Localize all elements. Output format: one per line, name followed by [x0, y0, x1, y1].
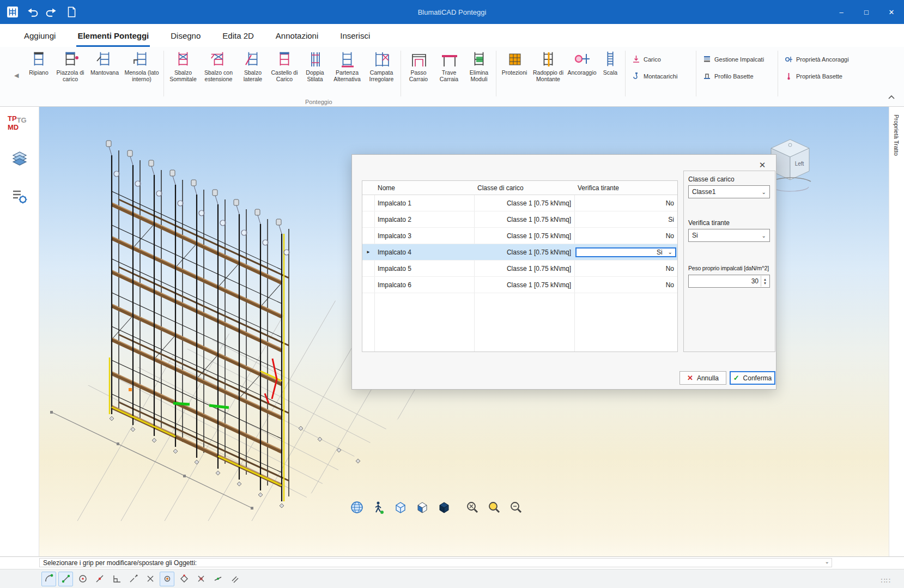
command-bar: Selezionare i grip per modificare/sposta…: [0, 556, 904, 569]
sbalzo-con-estensione-icon: [209, 50, 228, 68]
tab-edita-2d[interactable]: Edita 2D: [221, 26, 255, 47]
snap-extension-button[interactable]: [126, 572, 141, 586]
ribbon-button-profilo-basette[interactable]: Profilo Basette: [703, 72, 771, 80]
ribbon-button-trave-carraia[interactable]: Trave Carraia: [434, 50, 464, 82]
zoom-out-icon[interactable]: [509, 500, 523, 514]
snap-node-icon: [162, 574, 172, 584]
row-selector-arrow: ►: [362, 244, 374, 260]
chevron-down-icon: ⌄: [668, 249, 672, 255]
ribbon-button-piazzola-di-carico[interactable]: Piazzola di carico: [54, 50, 87, 82]
tab-elementi-ponteggi[interactable]: Elementi Ponteggi: [76, 26, 150, 47]
ribbon-button-mantovana[interactable]: Mantovana: [88, 50, 122, 76]
ribbon-button-passo-carraio[interactable]: Passo Carraio: [404, 50, 433, 82]
verifica-tirante-dropdown[interactable]: Si ⌄: [688, 229, 770, 242]
snap-parallel-button[interactable]: [227, 572, 242, 586]
ribbon-button-partenza-alternativa[interactable]: Partenza Alternativa: [330, 50, 364, 82]
table-row[interactable]: Impalcato 1 Classe 1 [0.75 kN\mq] No: [362, 195, 677, 211]
resize-grip[interactable]: ∷∷: [881, 577, 891, 585]
chevron-down-icon: ⌄: [825, 559, 829, 565]
tab-aggiungi[interactable]: Aggiungi: [23, 26, 57, 47]
peso-proprio-input[interactable]: 30 ▲▼: [688, 275, 770, 288]
column-header-classe-di-carico[interactable]: Classe di carico: [474, 181, 574, 195]
snap-center-button[interactable]: [75, 572, 90, 586]
ribbon-button-sbalzo-sommitale[interactable]: Sbalzo Sommitale: [167, 50, 199, 82]
tab-proprieta-tratto[interactable]: Proprietà Tratto: [893, 114, 900, 156]
zoom-window-icon[interactable]: [487, 500, 501, 514]
minimize-button[interactable]: –: [829, 0, 854, 24]
table-row[interactable]: Impalcato 2 Classe 1 [0.75 kN\mq] Si: [362, 211, 677, 228]
ribbon-button-mensola-lato-interno[interactable]: Mensola (lato interno): [123, 50, 161, 82]
settings-list-panel-icon[interactable]: [11, 187, 28, 205]
tab-annotazioni[interactable]: Annotazioni: [275, 26, 319, 47]
maximize-button[interactable]: □: [854, 0, 879, 24]
ribbon-button-elimina-moduli[interactable]: Elimina Moduli: [465, 50, 493, 82]
perspective-view-icon[interactable]: [393, 500, 408, 514]
ribbon-button-ancoraggio[interactable]: Ancoraggio: [567, 50, 597, 76]
undo-icon[interactable]: [26, 6, 38, 18]
snap-node-button[interactable]: [160, 572, 174, 586]
snap-nearest-button[interactable]: [210, 572, 225, 586]
snap-quadrant-button[interactable]: [177, 572, 191, 586]
snap-endpoint-button[interactable]: [58, 572, 73, 586]
dialog-side-panel: Classe di carico Classe1 ⌄ Verifica tira…: [683, 171, 775, 352]
snap-tangent-icon: [44, 574, 54, 584]
ribbon-button-scala[interactable]: Scala: [598, 50, 622, 76]
table-row[interactable]: Impalcato 5 Classe 1 [0.75 kN\mq] No: [362, 260, 677, 277]
tab-inserisci[interactable]: Inserisci: [339, 26, 371, 47]
ribbon-button-proprieta-ancoraggi[interactable]: Proprietà Ancoraggi: [785, 55, 858, 63]
ribbon-button-doppia-stilata[interactable]: Doppia Stilata: [301, 50, 329, 82]
ribbon-button-montacarichi[interactable]: Montacarichi: [632, 72, 689, 80]
ribbon-button-ripiano[interactable]: Ripiano: [25, 50, 53, 76]
gestione-impalcati-icon: [703, 55, 711, 63]
ripiano-icon: [29, 50, 48, 68]
walkthrough-icon[interactable]: [372, 500, 386, 514]
ribbon-button-campata-irregolare[interactable]: Campata Irregolare: [365, 50, 398, 82]
snap-perpendicular-button[interactable]: [109, 572, 124, 586]
solid-view-icon[interactable]: [437, 500, 451, 514]
snap-midpoint-button[interactable]: [92, 572, 107, 586]
snap-intersection-button[interactable]: [143, 572, 157, 586]
layers-panel-icon[interactable]: [11, 149, 28, 167]
classe-di-carico-dropdown[interactable]: Classe1 ⌄: [688, 185, 770, 198]
ribbon-button-sbalzo-con-estensione[interactable]: Sbalzo con estensione: [201, 50, 236, 82]
zoom-extents-icon[interactable]: [465, 500, 480, 514]
sbalzo-laterale-icon: [244, 50, 262, 68]
ribbon-button-gestione-impalcati[interactable]: Gestione Impalcati: [703, 55, 771, 63]
ribbon-button-radoppio-di-montante[interactable]: Radoppio di Montante: [531, 50, 566, 82]
annulla-button[interactable]: ✕ Annulla: [679, 371, 726, 385]
ribbon-scroll-left-icon[interactable]: ◀: [14, 72, 19, 79]
verifica-tirante-label: Verifica tirante: [688, 219, 730, 227]
ribbon-button-proprieta-basette[interactable]: Proprietà Basette: [785, 72, 858, 80]
impalcati-table: Nome Classe di carico Verifica tirante I…: [362, 180, 678, 352]
passo-carraio-icon: [409, 50, 428, 68]
column-header-nome[interactable]: Nome: [374, 181, 474, 195]
conferma-button[interactable]: ✓ Conferma: [730, 371, 775, 385]
spinner-arrows[interactable]: ▲▼: [761, 276, 769, 287]
column-header-verifica-tirante[interactable]: Verifica tirante: [574, 181, 677, 195]
dialog-close-icon[interactable]: ✕: [756, 159, 768, 171]
right-panel-strip: Proprietà Tratto: [889, 107, 904, 556]
ribbon-collapse-icon[interactable]: [888, 92, 895, 102]
snap-nearest-icon: [213, 574, 223, 584]
ribbon-button-castello-di-carico[interactable]: Castello di Carico: [269, 50, 300, 82]
shaded-view-icon[interactable]: [415, 500, 429, 514]
command-input[interactable]: Selezionare i grip per modificare/sposta…: [39, 558, 832, 567]
close-button[interactable]: ✕: [879, 0, 904, 24]
view-globe-icon[interactable]: [350, 500, 364, 514]
snap-apparent-intersection-button[interactable]: [193, 572, 208, 586]
table-row-selected[interactable]: ► Impalcato 4 Classe 1 [0.75 kN\mq] Si ⌄: [362, 244, 677, 260]
verifica-tirante-cell-dropdown[interactable]: Si ⌄: [575, 247, 676, 257]
table-row[interactable]: Impalcato 6 Classe 1 [0.75 kN\mq] No: [362, 277, 677, 293]
view-toolbar: [350, 500, 523, 514]
snap-tangent-button[interactable]: [41, 572, 56, 586]
redo-icon[interactable]: [46, 6, 58, 18]
application-window: BlumatiCAD Ponteggi – □ ✕ Aggiungi Eleme…: [0, 0, 904, 588]
ribbon-separator: [401, 51, 401, 96]
ribbon-button-carico[interactable]: Carico: [632, 55, 689, 63]
new-document-icon[interactable]: [65, 6, 77, 18]
tab-disegno[interactable]: Disegno: [169, 26, 202, 47]
table-row[interactable]: Impalcato 3 Classe 1 [0.75 kN\mq] No: [362, 228, 677, 244]
ribbon-button-sbalzo-laterale[interactable]: Sbalzo laterale: [238, 50, 268, 82]
castello-di-carico-icon: [275, 50, 294, 68]
ribbon-button-protezioni[interactable]: Protezioni: [499, 50, 530, 76]
